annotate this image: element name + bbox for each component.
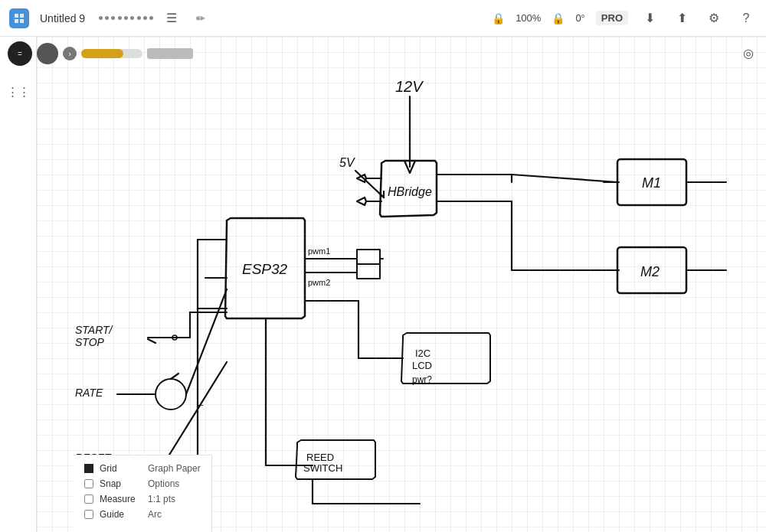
pen-toolbar: = ›: [8, 41, 193, 66]
draw-mode-icon[interactable]: ✏: [190, 8, 211, 29]
svg-line-54: [186, 289, 227, 394]
help-button[interactable]: ?: [735, 8, 757, 29]
document-title: Untitled 9: [40, 12, 85, 24]
svg-text:ESP32: ESP32: [242, 261, 288, 277]
svg-text:REED: REED: [306, 452, 334, 463]
measure-label: Measure: [100, 494, 142, 504]
hamburger-menu-icon[interactable]: ☰: [161, 8, 182, 29]
upload-button[interactable]: ⬆: [671, 8, 692, 29]
zoom-level: 100%: [516, 12, 541, 24]
pen-size-button[interactable]: [37, 43, 58, 64]
svg-text:SWITCH: SWITCH: [303, 462, 342, 474]
svg-text:START/: START/: [75, 324, 114, 336]
toolbar-right-section: 🔒 100% 🔒 0° PRO ⬇ ⬆ ⚙ ?: [492, 8, 757, 29]
svg-text:12V: 12V: [395, 78, 424, 95]
pen-equals-icon: =: [18, 50, 22, 58]
svg-rect-2: [15, 19, 18, 23]
top-toolbar: Untitled 9 ☰ ✏ 🔒 100% 🔒 0° PRO ⬇ ⬆ ⚙ ?: [0, 0, 766, 37]
svg-text:STOP: STOP: [75, 336, 105, 348]
pen-color-swatch[interactable]: [147, 48, 193, 59]
snap-checkbox[interactable]: [84, 479, 93, 488]
pro-badge: PRO: [596, 11, 628, 25]
svg-text:RATE: RATE: [75, 387, 103, 399]
pen-color-button[interactable]: =: [8, 41, 32, 66]
canvas-area[interactable]: 12V HBridge 5V ESP32 pwm1 pwm2: [37, 37, 766, 532]
svg-text:pwm2: pwm2: [308, 278, 330, 287]
svg-text:M2: M2: [640, 264, 660, 279]
app-dots-icon: [99, 16, 153, 20]
download-button[interactable]: ⬇: [639, 8, 660, 29]
svg-text:pwm1: pwm1: [308, 246, 330, 256]
guide-label: Guide: [100, 509, 142, 520]
app-logo[interactable]: [9, 8, 29, 28]
svg-text:HBridge: HBridge: [388, 185, 432, 198]
angle-lock-icon: 🔒: [552, 12, 565, 24]
svg-text:LCD: LCD: [412, 360, 432, 371]
svg-rect-0: [15, 14, 18, 18]
grid-icon: [84, 464, 93, 473]
guide-checkbox[interactable]: [84, 510, 93, 519]
pen-size-slider[interactable]: [81, 49, 142, 58]
left-toolbar: ☰ ⋮⋮: [0, 37, 37, 532]
guide-value: Arc: [148, 509, 162, 520]
measure-value: 1:1 pts: [148, 494, 175, 504]
svg-line-55: [171, 374, 178, 379]
snap-label: Snap: [100, 478, 142, 489]
grid-dots-icon[interactable]: ⋮⋮: [5, 78, 32, 106]
settings-button[interactable]: ⚙: [703, 8, 725, 29]
target-icon: ◎: [743, 46, 754, 60]
svg-rect-1: [20, 14, 24, 18]
svg-point-52: [155, 379, 186, 410]
svg-line-21: [512, 175, 617, 182]
measure-checkbox[interactable]: [84, 494, 93, 504]
snap-value: Options: [148, 478, 179, 489]
measure-setting-row[interactable]: Measure 1:1 pts: [84, 494, 201, 504]
info-panel: Grid Graph Paper Snap Options Measure 1:…: [74, 455, 212, 532]
svg-text:5V: 5V: [339, 156, 355, 169]
pen-arrow-button[interactable]: ›: [63, 47, 77, 60]
svg-rect-3: [20, 19, 24, 23]
guide-setting-row[interactable]: Guide Arc: [84, 509, 201, 520]
lock-icon: 🔒: [492, 12, 505, 24]
svg-text:pwr?: pwr?: [412, 374, 432, 385]
snap-setting-row[interactable]: Snap Options: [84, 478, 201, 489]
angle-value: 0°: [575, 12, 584, 24]
grid-setting-row[interactable]: Grid Graph Paper: [84, 463, 201, 474]
svg-text:M1: M1: [642, 175, 661, 191]
right-panel-toggle[interactable]: ◎: [737, 41, 760, 64]
grid-value: Graph Paper: [148, 463, 201, 474]
svg-line-50: [148, 339, 155, 343]
svg-text:I2C: I2C: [415, 348, 430, 359]
grid-label: Grid: [100, 463, 142, 474]
